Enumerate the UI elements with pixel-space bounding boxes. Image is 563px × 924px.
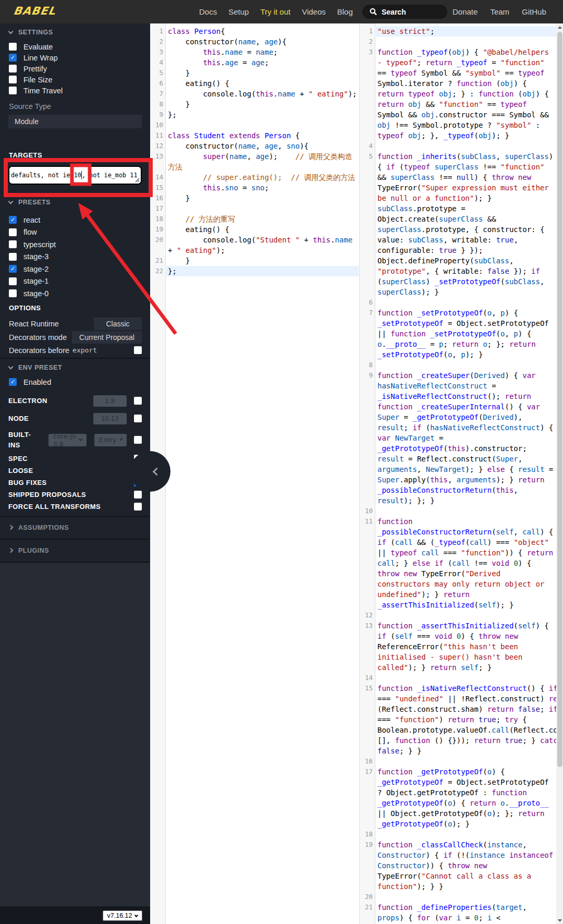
- nav-link-videos[interactable]: Videos: [302, 7, 326, 16]
- code-line-text[interactable]: [375, 756, 556, 767]
- scrollbar-up-button[interactable]: [556, 23, 563, 31]
- preset-row-stage-3[interactable]: stage-3: [0, 251, 150, 263]
- setting-row-prettify[interactable]: Prettify: [0, 63, 150, 74]
- env-checkbox-force-all-transforms[interactable]: [134, 503, 142, 510]
- code-line-text[interactable]: function _typeof(obj) { "@babel/helpers …: [375, 47, 556, 141]
- source-editor-pane[interactable]: 1class Person{2 constructor(name, age){3…: [150, 23, 359, 924]
- code-line-text[interactable]: [165, 203, 359, 214]
- code-line-text[interactable]: this.name = name;: [165, 47, 359, 57]
- assumptions-section-header[interactable]: ASSUMPTIONS: [0, 517, 150, 539]
- env-select-core-js-3-6[interactable]: core-js 3.6: [48, 434, 87, 446]
- code-line-text[interactable]: this.sno = sno;: [165, 183, 359, 193]
- code-line-text[interactable]: [375, 673, 556, 683]
- code-line-text[interactable]: [375, 829, 556, 840]
- env-select-entry[interactable]: Entry: [94, 434, 127, 446]
- code-line-text[interactable]: "use strict";: [375, 26, 556, 37]
- code-line-text[interactable]: // super.eating(); // 调用父类的方法: [165, 172, 359, 183]
- env-checkbox-electron[interactable]: [134, 397, 142, 405]
- preset-row-typescript[interactable]: typescript: [0, 238, 150, 251]
- scrollbar-thumb[interactable]: [557, 32, 562, 767]
- setting-checkbox-line-wrap[interactable]: ✓: [9, 54, 17, 62]
- env-checkbox-shipped-proposals[interactable]: [134, 491, 142, 499]
- react-runtime-select[interactable]: Classic: [94, 318, 142, 330]
- preset-row-stage-1[interactable]: stage-1: [0, 275, 150, 288]
- code-line-text[interactable]: super(name, age); // 调用父类构造方法: [165, 151, 359, 172]
- code-line-text[interactable]: // 方法的重写: [165, 214, 359, 224]
- preset-row-flow[interactable]: flow: [0, 226, 150, 239]
- preset-checkbox-stage-2[interactable]: ✓: [9, 265, 17, 273]
- env-enabled-checkbox[interactable]: ✓: [9, 378, 17, 386]
- code-line-text[interactable]: constructor(name, age, sno){: [165, 141, 359, 151]
- preset-checkbox-flow[interactable]: [9, 228, 17, 236]
- nav-link-setup[interactable]: Setup: [228, 7, 249, 16]
- nav-link-github[interactable]: GitHub: [522, 7, 546, 16]
- code-line-text[interactable]: function _inherits(subClass, superClass)…: [375, 151, 556, 297]
- code-line-text[interactable]: function _createSuper(Derived) { var has…: [375, 370, 556, 506]
- targets-input[interactable]: defaults, not ie 10 , not ie_mob 11: [8, 166, 142, 185]
- env-enabled-row[interactable]: ✓ Enabled: [0, 376, 150, 388]
- code-line-text[interactable]: this.age = age;: [165, 57, 359, 68]
- code-line-text[interactable]: function _getPrototypeOf(o) { _getProtot…: [375, 767, 556, 829]
- env-checkbox-node[interactable]: [134, 415, 142, 422]
- code-line-text[interactable]: [375, 37, 556, 47]
- code-line-text[interactable]: eating() {: [165, 224, 359, 235]
- code-line-text[interactable]: [375, 141, 556, 151]
- decorators-mode-select[interactable]: Current Proposal: [72, 331, 142, 344]
- code-line-text[interactable]: [375, 506, 556, 516]
- setting-row-time-travel[interactable]: Time Travel: [0, 85, 150, 96]
- preset-row-stage-2[interactable]: ✓stage-2: [0, 263, 150, 275]
- env-input-electron[interactable]: 1.8: [93, 395, 127, 407]
- babel-logo[interactable]: BABEL: [13, 5, 57, 17]
- presets-section-header[interactable]: PRESETS: [0, 197, 150, 208]
- code-line-text[interactable]: eating() {: [165, 78, 359, 89]
- preset-checkbox-stage-0[interactable]: [9, 289, 17, 297]
- preset-checkbox-typescript[interactable]: [9, 240, 17, 248]
- preset-row-react[interactable]: ✓react: [0, 214, 150, 226]
- preset-row-stage-0[interactable]: stage-0: [0, 287, 150, 300]
- setting-checkbox-time-travel[interactable]: [9, 87, 17, 94]
- code-line-text[interactable]: console.log(this.name + " eating");: [165, 89, 359, 99]
- code-line-text[interactable]: class Student extends Person {: [165, 130, 359, 141]
- setting-row-file-size[interactable]: File Size: [0, 74, 150, 85]
- setting-checkbox-evaluate[interactable]: [9, 43, 17, 51]
- code-line-text[interactable]: };: [165, 110, 359, 120]
- preset-checkbox-stage-1[interactable]: [9, 277, 17, 285]
- code-line-text[interactable]: function _classCallCheck(instance, Const…: [375, 840, 556, 892]
- nav-link-docs[interactable]: Docs: [199, 7, 217, 16]
- nav-link-try-it-out[interactable]: Try it out: [260, 7, 290, 16]
- code-line-text[interactable]: }: [165, 68, 359, 78]
- search-input[interactable]: Search: [362, 5, 447, 19]
- code-line-text[interactable]: [375, 892, 556, 902]
- setting-row-line-wrap[interactable]: ✓Line Wrap: [0, 52, 150, 63]
- preset-checkbox-stage-3[interactable]: [9, 253, 17, 261]
- code-line-text[interactable]: }: [165, 256, 359, 266]
- settings-section-header[interactable]: SETTINGS: [0, 23, 150, 41]
- code-line-text[interactable]: [375, 297, 556, 308]
- code-line-text[interactable]: };: [165, 266, 359, 276]
- output-vertical-scrollbar[interactable]: [556, 23, 563, 924]
- code-line-text[interactable]: [375, 360, 556, 370]
- code-line-text[interactable]: [375, 610, 556, 621]
- code-line-text[interactable]: function _assertThisInitialized(self) { …: [375, 621, 556, 673]
- nav-link-team[interactable]: Team: [490, 7, 509, 16]
- decorators-before-export-checkbox[interactable]: [134, 346, 142, 354]
- code-line-text[interactable]: console.log("Student " + this.name + " e…: [165, 235, 359, 256]
- nav-link-donate[interactable]: Donate: [452, 7, 478, 16]
- resize-handle-icon[interactable]: [134, 177, 140, 183]
- code-line-text[interactable]: [165, 120, 359, 130]
- compiled-output-pane[interactable]: 1"use strict";23function _typeof(obj) { …: [359, 23, 556, 924]
- env-input-node[interactable]: 10.13: [93, 413, 127, 424]
- code-line-text[interactable]: function _possibleConstructorReturn(self…: [375, 516, 556, 610]
- sidebar-collapse-button[interactable]: [130, 451, 170, 492]
- code-line-text[interactable]: function _setPrototypeOf(o, p) { _setPro…: [375, 308, 556, 360]
- code-line-text[interactable]: function _defineProperties(target, props…: [375, 902, 556, 924]
- env-preset-section-header[interactable]: ENV PRESET: [0, 360, 150, 375]
- nav-link-blog[interactable]: Blog: [337, 7, 353, 16]
- code-line-text[interactable]: }: [165, 193, 359, 203]
- setting-row-evaluate[interactable]: Evaluate: [0, 41, 150, 52]
- env-checkbox-built-ins[interactable]: [134, 436, 142, 444]
- code-line-text[interactable]: constructor(name, age){: [165, 37, 359, 47]
- code-line-text[interactable]: }: [165, 99, 359, 110]
- code-line-text[interactable]: function _isNativeReflectConstruct() { i…: [375, 683, 556, 756]
- plugins-section-header[interactable]: PLUGINS: [0, 540, 150, 562]
